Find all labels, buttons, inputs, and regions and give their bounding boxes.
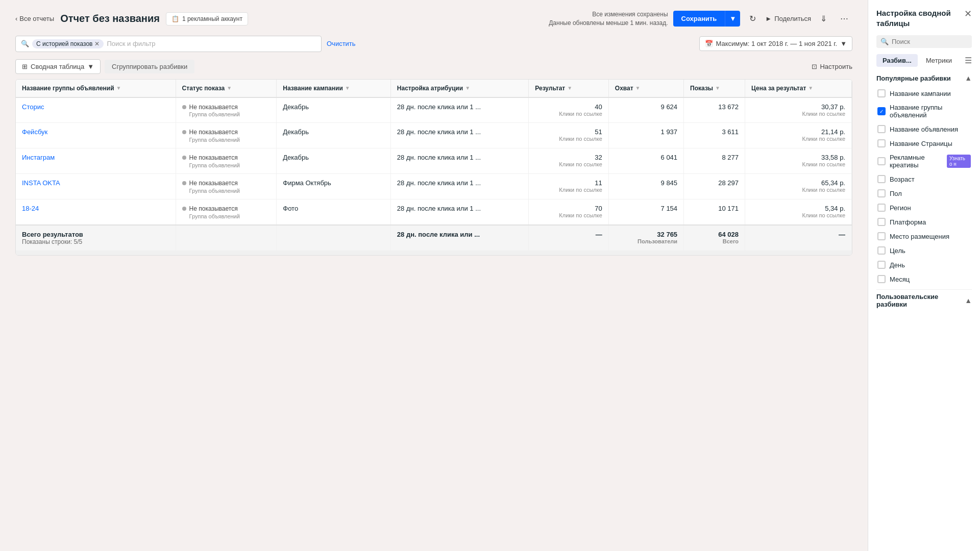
col-header-name[interactable]: Название группы объявлений ▼ (16, 80, 176, 97)
more-options-button[interactable]: ⋯ (836, 11, 852, 27)
ad-group-link[interactable]: Фейсбук (22, 128, 47, 136)
back-button[interactable]: ‹ Все отчеты (15, 15, 54, 22)
search-icon: 🔍 (21, 40, 29, 47)
save-dropdown-button[interactable]: ▼ (725, 11, 740, 27)
back-label: Все отчеты (19, 15, 54, 22)
cell-result: 70 Клики по ссылке (529, 199, 609, 224)
impressions-value: 10 171 (690, 205, 739, 212)
breakdown-checkbox[interactable] (877, 232, 886, 240)
ad-group-link[interactable]: Сторис (22, 103, 44, 111)
breakdown-item[interactable]: Название объявления (876, 122, 972, 136)
account-badge[interactable]: 📋 1 рекламный аккаунт (166, 12, 248, 26)
price-sub: Клики по ссылке (751, 212, 845, 218)
col-header-campaign[interactable]: Название кампании ▼ (277, 80, 391, 97)
breakdown-item[interactable]: Цель (876, 243, 972, 258)
result-num: 70 (535, 205, 602, 212)
share-button[interactable]: ► Поделиться (765, 15, 811, 22)
breakdown-label: Платформа (890, 218, 926, 226)
table-bar-left: ⊞ Сводная таблица ▼ Сгруппировать разбив… (15, 59, 194, 74)
table-row: 18-24 Не показывается Группа объявлений … (16, 199, 852, 224)
breakdown-checkbox[interactable]: ✓ (877, 107, 886, 115)
col-header-reach[interactable]: Охват ▼ (608, 80, 683, 97)
cell-status: Не показывается Группа объявлений (176, 173, 277, 199)
filter-tag-close[interactable]: ✕ (94, 40, 100, 47)
total-result: — (529, 225, 609, 251)
tab-sort-button[interactable]: ☰ (965, 56, 972, 65)
horizontal-scrollbar[interactable] (16, 251, 852, 255)
col-header-status[interactable]: Статус показа ▼ (176, 80, 277, 97)
breakdown-item[interactable]: Регион (876, 201, 972, 215)
pivot-table-button[interactable]: ⊞ Сводная таблица ▼ (15, 59, 101, 74)
col-header-price[interactable]: Цена за результат ▼ (745, 80, 852, 97)
cell-attribution: 28 дн. после клика или 1 ... (390, 199, 528, 224)
sort-icon-result: ▼ (567, 85, 572, 91)
breakdown-item[interactable]: Рекламные креативы Узнать о н (876, 151, 972, 172)
breakdown-checkbox[interactable] (877, 204, 886, 212)
sort-icon-reach: ▼ (635, 85, 641, 91)
breakdown-checkbox[interactable] (877, 261, 886, 266)
cell-status: Не показывается Группа объявлений (176, 123, 277, 148)
clear-filter-button[interactable]: Очистить (327, 40, 356, 47)
search-filter-container[interactable]: 🔍 С историей показов ✕ Поиск и фильтр (15, 36, 322, 52)
col-header-attribution[interactable]: Настройка атрибуции ▼ (390, 80, 528, 97)
tab-metrics[interactable]: Метрики (920, 54, 958, 67)
breakdown-checkbox[interactable] (877, 189, 886, 197)
panel-title: Настройка сводной таблицы (876, 8, 964, 28)
breakdown-item[interactable]: Место размещения (876, 229, 972, 243)
total-result-dash: — (535, 231, 602, 238)
share-icon: ► (765, 15, 772, 22)
breakdown-label: Название Страницы (890, 140, 952, 147)
total-reach: 32 765 Пользователи (608, 225, 683, 251)
breakdown-item[interactable]: Название Страницы (876, 136, 972, 151)
breakdown-checkbox[interactable] (877, 125, 886, 133)
panel-close-button[interactable]: ✕ (964, 8, 972, 19)
save-btn-group: Сохранить ▼ (673, 11, 741, 27)
breakdown-item[interactable]: Возраст (876, 172, 972, 186)
col-header-impressions[interactable]: Показы ▼ (684, 80, 745, 97)
ad-group-link[interactable]: Инстаграм (22, 154, 55, 161)
breakdown-item[interactable]: Платформа (876, 215, 972, 229)
breakdown-label: День (890, 261, 905, 266)
cell-price: 21,14 р. Клики по ссылке (745, 123, 852, 148)
cell-result: 40 Клики по ссылке (529, 97, 609, 123)
download-button[interactable]: ⇓ (816, 11, 831, 27)
tab-breakdowns[interactable]: Разбив... (876, 54, 918, 67)
breakdown-label: Место размещения (890, 233, 949, 240)
breakdown-checkbox[interactable] (877, 175, 886, 183)
price-num: 5,34 р. (751, 205, 845, 212)
breakdown-item[interactable]: Название кампании (876, 86, 972, 101)
cell-price: 5,34 р. Клики по ссылке (745, 199, 852, 224)
table-row: Инстаграм Не показывается Группа объявле… (16, 148, 852, 174)
panel-search[interactable]: 🔍 ⋯ (876, 35, 972, 48)
panel-search-input[interactable] (892, 38, 977, 45)
breakdown-label: Возраст (890, 176, 915, 183)
breakdown-label: Пол (890, 190, 902, 197)
save-button[interactable]: Сохранить (673, 11, 725, 27)
customize-label: Настроить (820, 63, 852, 70)
filter-bar: 🔍 С историей показов ✕ Поиск и фильтр Оч… (15, 36, 852, 52)
result-num: 40 (535, 103, 602, 111)
cell-name: Сторис (16, 97, 176, 123)
breakdown-checkbox[interactable] (877, 89, 886, 97)
breakdown-checkbox[interactable] (877, 218, 886, 226)
total-status (176, 225, 277, 251)
refresh-button[interactable]: ↻ (745, 11, 760, 27)
data-table: Название группы объявлений ▼ Статус пока… (16, 80, 852, 251)
price-num: 21,14 р. (751, 128, 845, 136)
col-header-result[interactable]: Результат ▼ (529, 80, 609, 97)
breakdown-checkbox[interactable] (877, 157, 886, 165)
date-filter[interactable]: 📅 Максимум: 1 окт 2018 г. — 1 ноя 2021 г… (699, 36, 852, 51)
status-label: Не показывается (189, 205, 240, 213)
total-impressions: 64 028 Всего (684, 225, 745, 251)
group-breakdowns-button[interactable]: Сгруппировать разбивки (105, 60, 194, 73)
breakdown-checkbox[interactable] (877, 139, 886, 147)
customize-button[interactable]: ⊡ Настроить (812, 63, 852, 70)
breakdown-item[interactable]: Пол (876, 186, 972, 201)
breakdown-item[interactable]: ✓ Название группы объявлений (876, 101, 972, 122)
ad-group-link[interactable]: INSTA OKTA (22, 179, 60, 187)
breakdown-checkbox[interactable] (877, 246, 886, 255)
result-num: 51 (535, 128, 602, 136)
ad-group-link[interactable]: 18-24 (22, 205, 39, 212)
popular-section-toggle[interactable]: ▲ (965, 74, 972, 82)
breakdown-item[interactable]: День (876, 258, 972, 266)
